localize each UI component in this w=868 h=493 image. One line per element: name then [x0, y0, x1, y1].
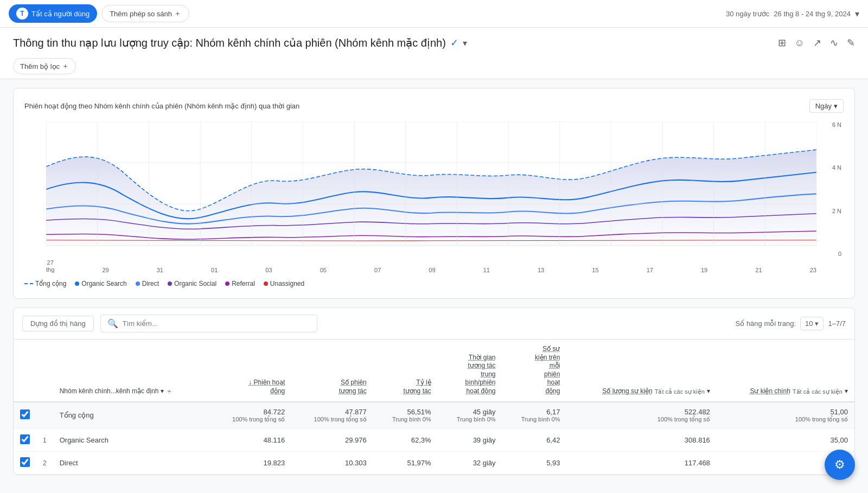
total-val1: 84.722: [263, 408, 285, 416]
col-thoi-gian-header[interactable]: Thời giantương táctrungbình/phiênhoạt độ…: [465, 354, 495, 395]
x-label-23: 23: [810, 267, 816, 273]
page-title-row: Thông tin thu nạp lưu lượng truy cập: Nh…: [13, 36, 855, 49]
row2-num: 2: [43, 459, 47, 467]
table-card: Dựng đồ thị hàng 🔍 Số hàng mỗi trang: 10…: [13, 308, 855, 475]
legend-unassigned-label: Unassigned: [270, 280, 304, 287]
x-label-07: 07: [374, 267, 381, 273]
row1-label: Organic Search: [60, 436, 108, 444]
legend-unassigned-dot: [264, 281, 268, 286]
fab-button[interactable]: ⚙: [825, 450, 855, 480]
date-chevron-icon[interactable]: ▾: [855, 9, 859, 19]
legend-direct-dot: [136, 281, 140, 286]
chart-area: 6 N 4 N 2 N 0: [24, 121, 844, 273]
total-checkbox[interactable]: [20, 409, 30, 419]
page-header: Thông tin thu nạp lưu lượng truy cập: Nh…: [0, 28, 868, 79]
col-add-icon[interactable]: ＋: [166, 387, 173, 396]
table-row-1: 1 Organic Search 48.116 29.976 62,3% 39 …: [14, 428, 854, 451]
title-chevron-icon[interactable]: ▾: [463, 38, 467, 48]
legend-organic-social-dot: [168, 281, 172, 286]
search-icon: 🔍: [107, 318, 118, 329]
total-label: Tổng cộng: [60, 411, 94, 419]
row2-label: Direct: [60, 459, 78, 467]
share-icon[interactable]: ↗: [813, 37, 821, 49]
legend-referral-dot: [225, 281, 229, 286]
row1-val6: 308.816: [685, 436, 710, 444]
total-val4: 45 giây: [473, 408, 496, 416]
su-kien-filter-label: Tất cả các sự kiện: [793, 388, 843, 395]
y-label-4n: 4 N: [832, 164, 841, 171]
face-icon[interactable]: ☺: [795, 37, 805, 49]
col-phien-header[interactable]: ↓ Phiên hoạtđộng: [248, 379, 285, 395]
chart-legend: Tổng cộng Organic Search Direct Organic …: [24, 280, 844, 287]
compare-label: Thêm phép so sánh: [110, 10, 172, 18]
so-luong-chevron-icon[interactable]: ▾: [707, 387, 710, 396]
row1-val5: 6,42: [546, 436, 560, 444]
su-kien-chevron-icon[interactable]: ▾: [845, 387, 848, 396]
col-ty-le-header[interactable]: Tỷ lệtương tác: [404, 379, 431, 395]
compare-button[interactable]: Thêm phép so sánh ＋: [101, 5, 189, 22]
total-val2: 47.877: [345, 408, 367, 416]
trend-icon[interactable]: ∿: [830, 37, 838, 49]
row2-checkbox[interactable]: [20, 457, 30, 467]
total-sub6: 100% trong tổng số: [573, 416, 710, 423]
chart-card: Phiên hoạt động theo Nhóm kênh chính của…: [13, 88, 855, 299]
y-label-0: 0: [838, 251, 841, 257]
x-label-31: 31: [157, 267, 163, 273]
rows-per-page-value: 10: [805, 319, 813, 328]
y-label-2n: 2 N: [832, 208, 841, 214]
rows-per-page-select[interactable]: 10 ▾: [800, 317, 824, 330]
legend-dashed-icon: [24, 283, 33, 284]
row2-val5: 5,93: [546, 459, 560, 467]
col-so-luong-header: Số lượng sự kiện Tất cả các sự kiện ▾: [573, 387, 710, 396]
total-sub3: Trung bình 0%: [380, 416, 431, 422]
x-label-13: 13: [538, 267, 544, 273]
avatar: T: [16, 8, 28, 20]
layout-icon[interactable]: ⊞: [778, 37, 786, 49]
days-label: 30 ngày trước: [726, 10, 769, 18]
fab-settings-icon: ⚙: [834, 458, 845, 472]
row1-val7: 35,00: [830, 436, 848, 444]
total-val5: 6,17: [546, 408, 560, 416]
search-box: 🔍: [100, 315, 317, 332]
table-toolbar-right: Số hàng mỗi trang: 10 ▾ 1–7/7: [736, 317, 846, 330]
row1-val2: 29.976: [345, 436, 367, 444]
rows-per-page-label: Số hàng mỗi trang:: [736, 319, 796, 328]
col-su-kien-header[interactable]: Số sựkiện trênmỗiphiênhoạtđộng: [535, 345, 560, 395]
legend-organic-social-label: Organic Social: [174, 280, 216, 287]
legend-total-label: Tổng cộng: [35, 280, 66, 287]
x-label-27: 27thg: [46, 259, 54, 273]
period-select[interactable]: Ngày ▾: [809, 99, 844, 113]
add-filter-button[interactable]: Thêm bộ lọc ＋: [13, 58, 76, 74]
pagination-label: 1–7/7: [828, 319, 846, 328]
add-filter-label: Thêm bộ lọc: [20, 62, 60, 71]
add-filter-plus-icon: ＋: [62, 61, 69, 71]
page-title-actions: ⊞ ☺ ↗ ∿ ✎: [778, 37, 855, 49]
row1-checkbox[interactable]: [20, 434, 30, 444]
page-title: Thông tin thu nạp lưu lượng truy cập: Nh…: [13, 36, 446, 49]
dung-do-button[interactable]: Dựng đồ thị hàng: [22, 316, 94, 331]
legend-organic-search: Organic Search: [75, 280, 126, 287]
data-table: Nhóm kênh chính...kênh mặc định ▾ ＋ ↓ Ph…: [14, 340, 854, 475]
user-button[interactable]: T Tất cả người dùng: [9, 4, 97, 23]
legend-total: Tổng cộng: [24, 280, 66, 287]
check-icon: ✓: [450, 37, 458, 49]
plus-icon: ＋: [174, 9, 181, 18]
row2-val3: 51,97%: [407, 459, 431, 467]
total-val3: 56,51%: [407, 408, 431, 416]
col-filter-chevron-icon[interactable]: ▾: [161, 387, 164, 396]
col-so-phien-header[interactable]: Số phiêntương tác: [339, 379, 367, 395]
chart-plot: [46, 121, 816, 257]
x-label-11: 11: [483, 267, 490, 273]
total-val6: 522.482: [685, 408, 710, 416]
user-label: Tất cả người dùng: [31, 10, 90, 18]
top-bar-right: 30 ngày trước 26 thg 8 - 24 thg 9, 2024 …: [726, 9, 859, 19]
col-su-kien-chinh-header: Sự kiện chính Tất cả các sự kiện ▾: [723, 387, 848, 396]
page-title-left: Thông tin thu nạp lưu lượng truy cập: Nh…: [13, 36, 467, 49]
x-label-17: 17: [647, 267, 653, 273]
legend-direct: Direct: [136, 280, 159, 287]
total-sub7: 100% trong tổng số: [723, 416, 848, 423]
search-input[interactable]: [123, 319, 310, 328]
y-label-6n: 6 N: [832, 121, 841, 128]
edit-icon[interactable]: ✎: [847, 37, 855, 49]
date-range: 26 thg 8 - 24 thg 9, 2024: [774, 10, 851, 18]
